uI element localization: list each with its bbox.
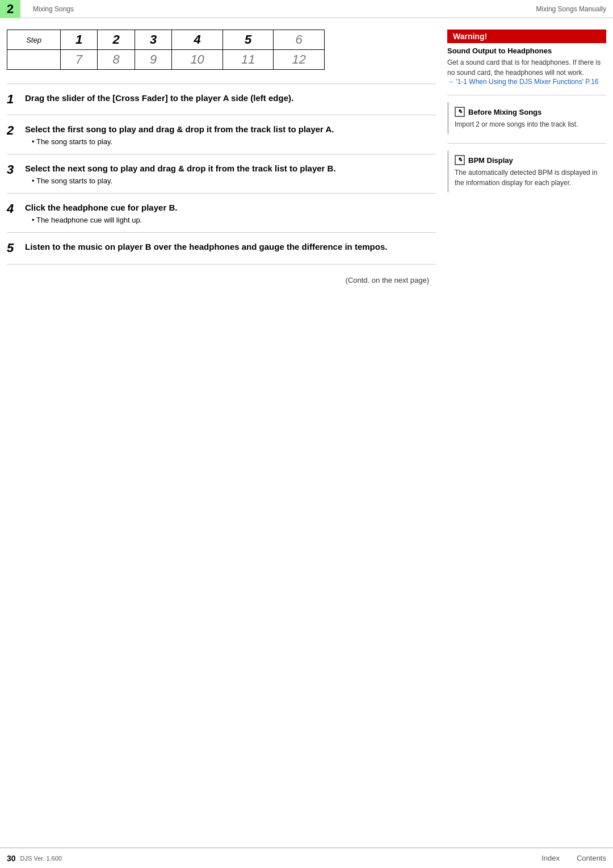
- step-content-1: Drag the slider of the [Cross Fader] to …: [25, 92, 436, 107]
- step-num-4: 4: [7, 202, 19, 224]
- step-11: 11: [222, 50, 274, 70]
- note-header-1: ✎ Before Mixing Songs: [455, 107, 601, 117]
- step-empty: [7, 50, 61, 70]
- step-label: Step: [7, 30, 61, 50]
- top-left-label: Mixing Songs: [33, 5, 74, 13]
- step-content-4: Click the headphone cue for player B. Th…: [25, 202, 436, 224]
- step-2: 2: [98, 30, 135, 50]
- bottom-right-links: Index Contents: [541, 854, 606, 862]
- djs-version: DJS Ver. 1.600: [20, 855, 62, 862]
- note-text-2: The automatically detected BPM is displa…: [455, 167, 601, 188]
- instruction-step-2: 2 Select the first song to play and drag…: [7, 115, 436, 154]
- step-num-3: 3: [7, 162, 19, 185]
- step-4: 4: [172, 30, 223, 50]
- instruction-step-3: 3 Select the next song to play and drag …: [7, 154, 436, 194]
- instruction-step-5: 5 Listen to the music on player B over t…: [7, 233, 436, 264]
- step-sub-4: The headphone cue will light up.: [25, 216, 436, 224]
- step-content-3: Select the next song to play and drag & …: [25, 162, 436, 185]
- step-main-1: Drag the slider of the [Cross Fader] to …: [25, 92, 436, 104]
- index-link[interactable]: Index: [541, 854, 560, 862]
- step-main-5: Listen to the music on player B over the…: [25, 241, 436, 253]
- bottom-bar: 30 DJS Ver. 1.600 Index Contents: [0, 848, 613, 868]
- warning-title: Sound Output to Headphones: [447, 47, 606, 55]
- step-12: 12: [274, 50, 325, 70]
- step-num-1: 1: [7, 92, 19, 107]
- contents-link[interactable]: Contents: [577, 854, 606, 862]
- step-9: 9: [135, 50, 171, 70]
- note-icon-1: ✎: [455, 107, 465, 117]
- left-column: Step 1 2 3 4 5 6 7 8 9 10 11 12 1 Dra: [7, 30, 436, 284]
- warning-header: Warning!: [447, 30, 606, 43]
- step-num-5: 5: [7, 241, 19, 255]
- step-5: 5: [222, 30, 274, 50]
- warning-body: Get a sound card that is for headphones.…: [447, 57, 606, 78]
- step-1: 1: [61, 30, 98, 50]
- note-title-2: BPM Display: [468, 156, 513, 165]
- instruction-step-1: 1 Drag the slider of the [Cross Fader] t…: [7, 83, 436, 115]
- top-right-label: Mixing Songs Manually: [536, 5, 606, 13]
- step-7: 7: [61, 50, 98, 70]
- warning-link[interactable]: → '1-1 When Using the DJS Mixer Function…: [447, 78, 606, 86]
- step-6: 6: [274, 30, 325, 50]
- step-num-2: 2: [7, 123, 19, 146]
- step-10: 10: [172, 50, 223, 70]
- step-8: 8: [98, 50, 135, 70]
- contd-note: (Contd. on the next page): [7, 276, 436, 284]
- note-box-2: ✎ BPM Display The automatically detected…: [447, 150, 606, 192]
- step-content-2: Select the first song to play and drag &…: [25, 123, 436, 146]
- note-text-1: Import 2 or more songs into the track li…: [455, 119, 601, 129]
- step-main-3: Select the next song to play and drag & …: [25, 162, 436, 174]
- note-title-1: Before Mixing Songs: [468, 108, 541, 116]
- separator-1: [447, 95, 606, 95]
- step-content-5: Listen to the music on player B over the…: [25, 241, 436, 255]
- separator-2: [447, 143, 606, 144]
- step-main-2: Select the first song to play and drag &…: [25, 123, 436, 135]
- note-icon-2: ✎: [455, 155, 465, 165]
- step-sub-3: The song starts to play.: [25, 177, 436, 185]
- step-3: 3: [135, 30, 171, 50]
- main-container: Step 1 2 3 4 5 6 7 8 9 10 11 12 1 Dra: [0, 18, 613, 318]
- steps-table: Step 1 2 3 4 5 6 7 8 9 10 11 12: [7, 30, 325, 70]
- page-number: 30: [7, 854, 16, 863]
- step-main-4: Click the headphone cue for player B.: [25, 202, 436, 213]
- note-box-1: ✎ Before Mixing Songs Import 2 or more s…: [447, 102, 606, 134]
- warning-box: Warning! Sound Output to Headphones Get …: [447, 30, 606, 86]
- instruction-step-4: 4 Click the headphone cue for player B. …: [7, 194, 436, 233]
- note-header-2: ✎ BPM Display: [455, 155, 601, 165]
- right-column: Warning! Sound Output to Headphones Get …: [447, 30, 606, 284]
- step-sub-2: The song starts to play.: [25, 137, 436, 146]
- top-bar: 2 Mixing Songs Mixing Songs Manually: [0, 0, 613, 18]
- chapter-number: 2: [0, 0, 20, 18]
